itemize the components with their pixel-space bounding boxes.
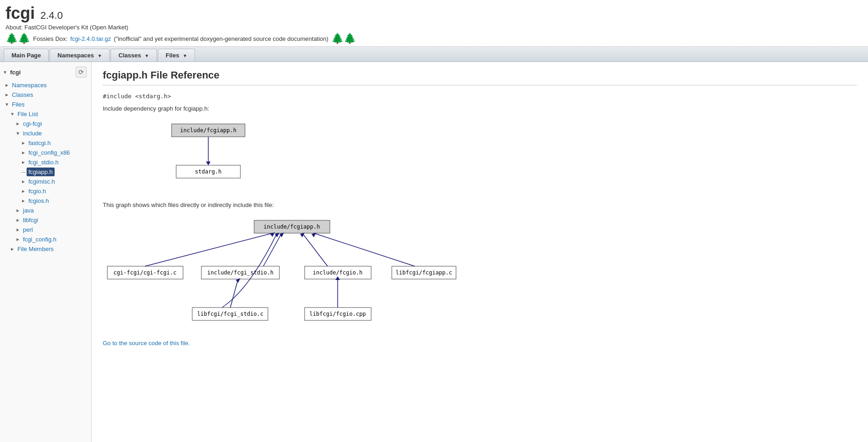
app-version: 2.4.0 (40, 10, 63, 22)
files-arrow: ▼ (183, 53, 187, 58)
sidebar-item-include[interactable]: ▼ include (0, 129, 91, 138)
java-expand-arrow: ► (15, 208, 21, 213)
about-text: About: FastCGI Developer's Kit (Open Mar… (6, 24, 862, 31)
sidebar-item-fcgio-h[interactable]: ► fcgio.h (0, 186, 91, 196)
sidebar-item-fcgimisc-h[interactable]: ► fcgimisc.h (0, 177, 91, 186)
fcgioh-arrow: ► (20, 189, 27, 194)
filemembers-expand-arrow: ► (9, 246, 16, 252)
go-to-source-link[interactable]: Go to the source code of this file. (103, 340, 190, 347)
page-title: fcgiapp.h File Reference (103, 69, 857, 85)
files-expand-arrow: ▼ (4, 102, 10, 107)
namespaces-expand-arrow: ► (4, 83, 10, 88)
sidebar-item-cgi-fcgi[interactable]: ► cgi-fcgi (0, 119, 91, 129)
node-libfcgi-fcgiapp-c-label: libfcgi/fcgiapp.c (396, 269, 452, 276)
cgifcgi-expand-arrow: ► (15, 121, 21, 126)
node-fcgiapp-top-label: include/fcgiapp.h (180, 127, 237, 134)
sidebar-item-perl[interactable]: ► perl (0, 225, 91, 235)
dep-graph-label: Include dependency graph for fcgiapp.h: (103, 105, 857, 112)
node-libfcgi-fcgio-cpp-label: libfcgi/fcgio.cpp (310, 311, 366, 317)
node-inc-fcgio-label: include/fcgio.h (313, 269, 362, 276)
nav-main-page[interactable]: Main Page (4, 49, 49, 62)
edge-libfcgi-fcgi-stdio-to-inc (230, 279, 238, 308)
edge-inc-fcgi-stdio (263, 233, 282, 266)
fossies-line: 🌲🌲 Fossies Dox: fcgi-2.4.0.tar.gz ("inof… (6, 33, 862, 45)
sidebar-header: ▼ fcgi ⟳ (0, 64, 91, 80)
sidebar-item-classes[interactable]: ► Classes (0, 90, 91, 100)
node-libfcgi-fcgi-stdio-c-label: libfcgi/fcgi_stdio.c (197, 311, 264, 317)
sidebar-item-fcgi-config-x86[interactable]: ► fcgi_config_x86 (0, 148, 91, 157)
nav-classes[interactable]: Classes ▼ (111, 49, 157, 62)
sidebar-item-fcgi-stdio-h[interactable]: ► fcgi_stdio.h (0, 157, 91, 167)
sidebar: ▼ fcgi ⟳ ► Namespaces ► Classes ▼ Files … (0, 62, 92, 442)
classes-arrow: ▼ (145, 53, 149, 58)
sidebar-item-file-members[interactable]: ► File Members (0, 244, 91, 254)
sync-button[interactable]: ⟳ (76, 67, 87, 78)
fossies-link[interactable]: fcgi-2.4.0.tar.gz (70, 35, 111, 42)
included-by-graph-svg: include/fcgiapp.h cgi-fcgi/cgi-fcgi.c in… (103, 216, 497, 330)
fcgistdioh-arrow: ► (20, 160, 27, 165)
sidebar-item-file-list[interactable]: ▼ File List (0, 109, 91, 119)
navbar: Main Page Namespaces ▼ Classes ▼ Files ▼ (0, 47, 868, 62)
root-arrow: ▼ (2, 70, 8, 75)
sidebar-item-fcgios-h[interactable]: ► fcgios.h (0, 196, 91, 206)
title-line: fcgi 2.4.0 (6, 4, 862, 23)
edge-cgi-fcgi (145, 233, 273, 266)
node-inc-fcgiapp-label: include/fcgiapp.h (264, 224, 320, 230)
app-name: fcgi (6, 4, 35, 23)
sidebar-item-namespaces[interactable]: ► Namespaces (0, 80, 91, 90)
fossies-desc: ("inofficial" and yet experimental doxyg… (114, 35, 328, 42)
edge-inc-fcgio (302, 233, 328, 266)
sidebar-item-java[interactable]: ► java (0, 206, 91, 215)
fcgiapph-arrow: — (20, 169, 27, 174)
sidebar-item-files[interactable]: ▼ Files (0, 100, 91, 109)
sidebar-item-libfcgi[interactable]: ► libfcgi (0, 215, 91, 225)
fcgimisch-arrow: ► (20, 179, 27, 184)
fastcgih-arrow: ► (20, 140, 27, 145)
dep-graph-svg: include/fcgiapp.h stdarg.h (103, 119, 332, 193)
include-expand-arrow: ▼ (15, 131, 21, 136)
node-inc-fcgi-stdio-label: include/fcgi_stdio.h (207, 269, 274, 276)
sidebar-item-fastcgi-h[interactable]: ► fastcgi.h (0, 138, 91, 148)
classes-expand-arrow: ► (4, 92, 10, 97)
included-by-label: This graph shows which files directly or… (103, 201, 857, 208)
tree-icon-right: 🌲🌲 (331, 33, 356, 45)
layout: ▼ fcgi ⟳ ► Namespaces ► Classes ▼ Files … (0, 62, 868, 442)
fcgiconfigx86-arrow: ► (20, 150, 27, 155)
nav-namespaces[interactable]: Namespaces ▼ (50, 49, 110, 62)
fcgiconfigh-arrow: ► (15, 237, 21, 242)
dep-graph: include/fcgiapp.h stdarg.h (103, 119, 857, 194)
arrowhead-dep1 (206, 162, 211, 165)
edge-libfcgi-fcgiapp (314, 233, 415, 266)
fcgiosh-arrow: ► (20, 198, 27, 203)
sidebar-item-fcgi-config-h[interactable]: ► fcgi_config.h (0, 235, 91, 244)
include-line: #include <stdarg.h> (103, 93, 857, 100)
perl-expand-arrow: ► (15, 227, 21, 232)
sidebar-root-label[interactable]: fcgi (8, 68, 22, 77)
node-cgi-fcgi-c-label: cgi-fcgi/cgi-fcgi.c (113, 269, 176, 276)
node-stdarg-label: stdarg.h (195, 168, 222, 175)
fossies-label: Fossies Dox: (33, 35, 67, 42)
main-content: fcgiapp.h File Reference #include <stdar… (92, 62, 868, 442)
sidebar-item-fcgiapp-h[interactable]: — fcgiapp.h (0, 167, 91, 177)
tree-icon-left: 🌲🌲 (6, 33, 30, 45)
sidebar-root: ▼ fcgi (2, 67, 22, 77)
filelist-expand-arrow: ▼ (9, 112, 16, 117)
nav-files[interactable]: Files ▼ (158, 49, 195, 62)
included-by-graph: include/fcgiapp.h cgi-fcgi/cgi-fcgi.c in… (103, 216, 857, 332)
namespaces-arrow: ▼ (97, 53, 102, 58)
page-header: fcgi 2.4.0 About: FastCGI Developer's Ki… (0, 0, 868, 47)
libfcgi-expand-arrow: ► (15, 218, 21, 223)
